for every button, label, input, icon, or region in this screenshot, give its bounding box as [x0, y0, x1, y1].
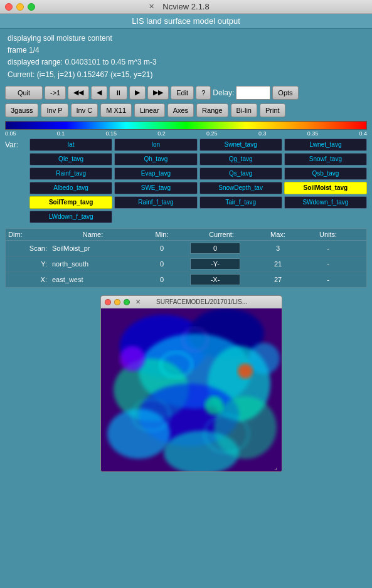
pause-button[interactable]: ⏸ — [109, 86, 127, 100]
var-btn-Qsb_tavg[interactable]: Qsb_tavg — [284, 167, 367, 180]
gauss-button[interactable]: 3gauss — [5, 103, 38, 117]
colorbar-label-1: 0.1 — [57, 130, 65, 137]
dim-row-1: Y:north_south021- — [6, 256, 366, 272]
dim-cell-min-1: 0 — [134, 260, 190, 268]
var-btn-SoilTemp_tavg[interactable]: SoilTemp_tavg — [29, 196, 112, 209]
dim-header-min: Min: — [134, 231, 190, 238]
vis-maximize-button[interactable] — [124, 299, 130, 305]
var-btn-Rainf_f_tavg[interactable]: Rainf_f_tavg — [114, 196, 197, 209]
axes-button[interactable]: Axes — [167, 103, 194, 117]
mx11-button[interactable]: M X11 — [100, 103, 132, 117]
dim-header-name: Name: — [52, 231, 134, 238]
opts-button[interactable]: Opts — [272, 86, 298, 100]
vis-minimize-button[interactable] — [114, 299, 120, 305]
close-button[interactable] — [5, 3, 13, 11]
var-btn-Rainf_tavg[interactable]: Rainf_tavg — [29, 167, 112, 180]
var-btn-SnowDepth_tav[interactable]: SnowDepth_tav — [199, 182, 282, 194]
var-btn-SWE_tavg[interactable]: SWE_tavg — [114, 182, 197, 194]
var-btn-lat[interactable]: lat — [29, 139, 112, 151]
linear-button[interactable]: Linear — [134, 103, 165, 117]
dim-cell-units-0: - — [303, 244, 353, 252]
colorbar-label-4: 0.25 — [206, 130, 218, 137]
toolbar-1: Quit ->1 ◀◀ ◀ ⏸ ▶ ▶▶ Edit ? Delay: Opts — [0, 82, 372, 103]
colorbar-label-5: 0.3 — [258, 130, 267, 137]
colorbar-label-7: 0.4 — [359, 130, 367, 137]
dim-current-input-1[interactable] — [190, 258, 240, 270]
minimize-button[interactable] — [16, 3, 24, 11]
forward-button[interactable]: ▶ — [129, 86, 146, 100]
vis-canvas — [101, 308, 282, 471]
vis-close-button[interactable] — [105, 299, 111, 305]
info-line-4: Current: (i=15, j=21) 0.152467 (x=15, y=… — [8, 69, 364, 81]
var-btn-LWdown_f_tavg[interactable]: LWdown_f_tavg — [29, 211, 112, 223]
dim-rows: Scan:SoilMoist_pr03-Y:north_south021-X:e… — [6, 241, 366, 287]
info-line-1: displaying soil moisture content — [8, 33, 364, 45]
edit-button[interactable]: Edit — [171, 86, 194, 100]
var-btn-Evap_tavg[interactable]: Evap_tavg — [114, 167, 197, 180]
vis-window-controls[interactable] — [105, 299, 130, 305]
maximize-button[interactable] — [28, 3, 35, 11]
window-title: Ncview 2.1.8 — [162, 2, 209, 11]
variables-section: Var: latlonSwnet_tavgLwnet_tavgQle_tavgQ… — [0, 136, 372, 226]
app-icon: ✕ — [149, 3, 154, 11]
dim-cell-units-2: - — [303, 276, 353, 283]
dim-header-units: Units: — [303, 231, 353, 238]
dim-header-max: Max: — [253, 231, 303, 238]
colorbar-labels: 0.05 0.1 0.15 0.2 0.25 0.3 0.35 0.4 — [5, 130, 367, 137]
svg-point-12 — [205, 396, 223, 415]
back-button[interactable]: ◀ — [91, 86, 107, 100]
resize-handle[interactable]: ⌟ — [274, 464, 280, 470]
vis-window: ✕ SURFACEMODEL/201701/LIS... — [100, 295, 282, 472]
var-btn-Qle_tavg[interactable]: Qle_tavg — [29, 153, 112, 165]
info-line-2: frame 1/4 — [8, 45, 364, 56]
var-btn-Swnet_tavg[interactable]: Swnet_tavg — [199, 139, 282, 151]
inv-c-button[interactable]: Inv C — [71, 103, 98, 117]
dim-cell-max-1: 21 — [253, 260, 303, 268]
dim-cell-dim-1: Y: — [8, 260, 52, 268]
var-btn-lon[interactable]: lon — [114, 139, 197, 151]
var-btn-Tair_f_tavg[interactable]: Tair_f_tavg — [199, 196, 282, 209]
var-btn-Qg_tavg[interactable]: Qg_tavg — [199, 153, 282, 165]
dim-header-current: Current: — [190, 231, 253, 238]
dimensions-section: Dim: Name: Min: Current: Max: Units: Sca… — [5, 228, 367, 288]
panel-title: LIS land surface model output — [0, 14, 372, 29]
var-btn-Qh_tavg[interactable]: Qh_tavg — [114, 153, 197, 165]
colorbar-label-6: 0.35 — [307, 130, 319, 137]
colorbar — [5, 121, 367, 130]
delay-input[interactable] — [236, 86, 270, 100]
svg-point-13 — [238, 364, 253, 379]
print-button[interactable]: Print — [260, 103, 285, 117]
dim-row-0: Scan:SoilMoist_pr03- — [6, 241, 366, 256]
window-controls[interactable] — [5, 3, 35, 11]
dim-row-2: X:east_west027- — [6, 272, 366, 287]
toolbar-2: 3gauss Inv P Inv C M X11 Linear Axes Ran… — [0, 103, 372, 121]
svg-point-11 — [248, 343, 280, 374]
var-btn-SoilMoist_tavg[interactable]: SoilMoist_tavg — [284, 182, 367, 194]
bilin-button[interactable]: Bi-lin — [231, 103, 257, 117]
var-btn-Lwnet_tavg[interactable]: Lwnet_tavg — [284, 139, 367, 151]
fastforward-button[interactable]: ▶▶ — [147, 86, 169, 100]
quit-button[interactable]: Quit — [5, 86, 43, 100]
question-button[interactable]: ? — [196, 86, 211, 100]
dim-cell-min-2: 0 — [134, 276, 190, 283]
rewind-button[interactable]: ◀◀ — [68, 86, 89, 100]
arrow1-button[interactable]: ->1 — [45, 86, 66, 100]
vis-icon: ✕ — [136, 298, 141, 305]
dim-cell-dim-0: Scan: — [8, 244, 52, 252]
title-bar: ✕ Ncview 2.1.8 — [0, 0, 372, 14]
main-panel: LIS land surface model output displaying… — [0, 14, 372, 288]
range-button[interactable]: Range — [196, 103, 228, 117]
vis-title-bar: ✕ SURFACEMODEL/201701/LIS... — [101, 296, 282, 308]
var-btn-SWdown_f_tavg[interactable]: SWdown_f_tavg — [284, 196, 367, 209]
var-btn-Snowf_tavg[interactable]: Snowf_tavg — [284, 153, 367, 165]
inv-p-button[interactable]: Inv P — [41, 103, 68, 117]
var-btn-Albedo_tavg[interactable]: Albedo_tavg — [29, 182, 112, 194]
svg-point-10 — [120, 346, 145, 371]
dim-current-input-2[interactable] — [190, 274, 240, 285]
var-btn-Qs_tavg[interactable]: Qs_tavg — [199, 167, 282, 180]
colorbar-section: 0.05 0.1 0.15 0.2 0.25 0.3 0.35 0.4 — [0, 121, 372, 136]
colorbar-label-2: 0.15 — [106, 130, 117, 137]
dim-current-input-0[interactable] — [190, 243, 240, 254]
dim-cell-name-2: east_west — [52, 276, 134, 283]
info-line-3: displayed range: 0.0403101 to 0.45 m^3 m… — [8, 56, 364, 68]
